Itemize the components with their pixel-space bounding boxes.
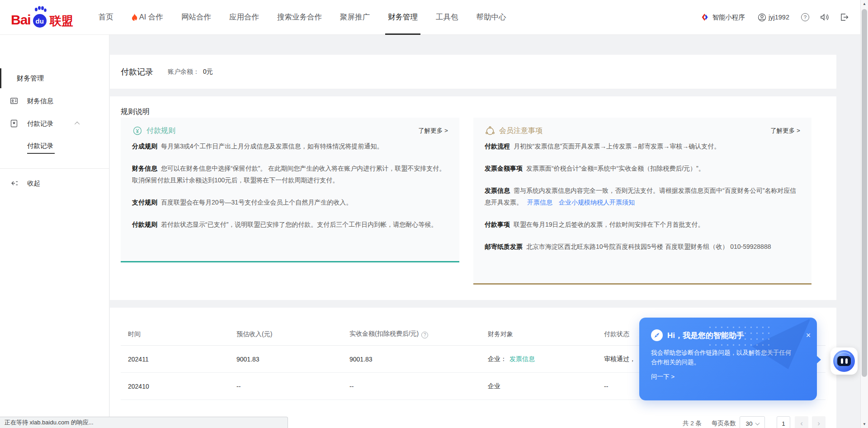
- nav-item-label: AI 合作: [139, 12, 163, 22]
- nav-item-ai-cooperation[interactable]: AI 合作: [123, 0, 172, 35]
- nav-item-juping-promotion[interactable]: 聚屏推广: [331, 0, 379, 35]
- scroll-down-arrow[interactable]: ▼: [861, 420, 868, 428]
- rule-item: 发票信息需与系统内发票信息内容完全一致，否则无法支付。请根据发票信息页面中“百度…: [485, 185, 800, 208]
- cell-estimated: --: [229, 383, 342, 390]
- member-notes-header: 会员注意事项 了解更多 >: [485, 118, 800, 131]
- balance-label: 账户余额：: [168, 68, 199, 75]
- logout-button[interactable]: [840, 13, 849, 21]
- assistant-message: 我会帮助您诊断合作链路问题，以及解答您关于任何合作相关的问题。: [651, 348, 796, 367]
- page-number-button[interactable]: 1: [777, 416, 790, 428]
- assistant-title: Hi，我是您的智能助手: [667, 330, 744, 341]
- baidu-union-logo[interactable]: Bai du 联盟: [11, 7, 73, 28]
- user-icon: [758, 13, 766, 22]
- next-page-button[interactable]: ›: [812, 416, 826, 428]
- help-icon[interactable]: ?: [421, 332, 428, 338]
- pagination: 共 2 条 每页条数 30 1 ‹ ›: [683, 416, 826, 428]
- nav-item-toolkit[interactable]: 工具包: [427, 0, 467, 35]
- nav-item-finance-management[interactable]: 财务管理: [379, 0, 427, 35]
- top-navigation: Bai du 联盟 首页 AI 合作 网站合作 应用合作 搜索业务合作 聚屏推广…: [0, 0, 860, 35]
- nav-right-group: 智能小程序 jyj1992 ?: [701, 13, 849, 22]
- sidebar-item-payment-records[interactable]: 付款记录: [0, 114, 109, 133]
- scrollbar-thumb[interactable]: [862, 9, 867, 377]
- payment-rules-header: 付款规则 了解更多 >: [132, 118, 448, 131]
- coin-yen-icon: [132, 125, 143, 136]
- sidebar-subitem-label: 付款记录: [27, 141, 55, 154]
- member-notes-card: 会员注意事项 了解更多 > 付款流程月初按“发票信息”页面开具发票→上传发票→邮…: [473, 118, 811, 285]
- member-network-icon: [485, 125, 495, 136]
- browser-scrollbar[interactable]: ▲ ▼: [860, 0, 868, 428]
- rule-item-label: 财务信息: [132, 165, 157, 172]
- column-header-actual-amount: 实收金额(扣除税费后/元)?: [342, 330, 481, 338]
- chevron-down-icon: [755, 421, 760, 425]
- nav-item-label: 工具包: [436, 12, 458, 22]
- column-header-estimated-income: 预估收入(元): [229, 330, 342, 338]
- rule-item-text: 月初按“发票信息”页面开具发票→上传发票→邮寄发票→审核→确认支付。: [514, 143, 720, 150]
- rule-item-label: 支付规则: [132, 199, 157, 206]
- payment-rules-more-link[interactable]: 了解更多 >: [418, 127, 448, 135]
- rule-item-label: 付款规则: [132, 221, 157, 228]
- user-account[interactable]: jyj1992: [758, 13, 789, 22]
- rule-item: 财务信息您可以在财务信息中选择“保留付款”。 在此期间您产生的收入将在账户内进行…: [132, 162, 448, 186]
- rule-item-text: 北京市海淀区西北旺东路10号院百度科技园5号楼 百度联盟财务组（收） 010-5…: [526, 243, 771, 250]
- rule-item-label: 付款事项: [485, 221, 510, 228]
- username-label: jyj1992: [769, 14, 789, 21]
- page-title: 付款记录: [121, 67, 153, 77]
- rule-item-label: 分成规则: [132, 143, 157, 150]
- rule-item-label: 发票金额事项: [485, 165, 523, 172]
- rule-item-label: 发票信息: [485, 187, 510, 194]
- close-icon[interactable]: ×: [802, 328, 815, 342]
- sidebar-subitem-payment-records[interactable]: 付款记录: [27, 137, 55, 157]
- sidebar-collapse-button[interactable]: 收起: [0, 173, 109, 193]
- mini-program-diamond-icon: [701, 13, 710, 22]
- help-icon: ?: [801, 13, 809, 21]
- nav-item-search-business[interactable]: 搜索业务合作: [268, 0, 331, 35]
- ask-now-link[interactable]: 问一下 >: [651, 373, 817, 381]
- scroll-up-arrow[interactable]: ▲: [861, 0, 868, 8]
- invoice-info-link[interactable]: 开票信息: [527, 199, 552, 206]
- help-button[interactable]: ?: [801, 13, 809, 21]
- robot-icon: [833, 350, 855, 372]
- assistant-popup: Hi，我是您的智能助手 × 我会帮助您诊断合作链路问题，以及解答您关于任何合作相…: [639, 318, 817, 400]
- prev-page-button[interactable]: ‹: [795, 416, 808, 428]
- logo-union-text: 联盟: [50, 14, 73, 28]
- payment-rules-title: 付款规则: [146, 126, 175, 136]
- chevron-left-icon: ‹: [800, 419, 803, 428]
- rule-item-text: 您可以在财务信息中选择“保留付款”。 在此期间您产生的收入将在账户内进行累计，联…: [132, 165, 445, 184]
- logout-icon: [840, 13, 849, 21]
- nav-item-help-center[interactable]: 帮助中心: [467, 0, 515, 35]
- popup-tail: [816, 356, 821, 364]
- payment-rules-card: 付款规则 了解更多 > 分成规则每月第3或4个工作日产出上月分成信息及发票信息，…: [121, 118, 459, 262]
- rule-item: 付款规则若付款状态显示“已支付”，说明联盟已安排了您的付款。支付后三个工作日内到…: [132, 219, 448, 230]
- nav-item-label: 网站合作: [181, 12, 211, 22]
- collapse-arrow-icon: [10, 180, 18, 186]
- nav-item-app-cooperation[interactable]: 应用合作: [220, 0, 268, 35]
- logo-paw-du: du: [32, 7, 48, 28]
- small-taxpayer-notice-link[interactable]: 企业小规模纳税人开票须知: [559, 199, 635, 206]
- nav-item-website-cooperation[interactable]: 网站合作: [172, 0, 220, 35]
- mini-program-label: 智能小程序: [712, 13, 745, 22]
- sidebar-item-label: 财务信息: [27, 97, 53, 105]
- rule-item: 支付规则百度联盟会在每月20号—31号支付企业会员上个自然月产生的收入。: [132, 196, 448, 208]
- cell-actual: --: [342, 383, 481, 390]
- invoice-info-cell-link[interactable]: 发票信息: [509, 355, 535, 362]
- cell-finance-object: 企业：发票信息: [481, 355, 597, 363]
- announcement-button[interactable]: [820, 13, 829, 21]
- rule-item-label: 付款流程: [485, 143, 510, 150]
- speaker-icon: [820, 13, 829, 21]
- mini-program-entry[interactable]: 智能小程序: [701, 13, 745, 22]
- compass-icon: [651, 329, 663, 341]
- member-notes-more-link[interactable]: 了解更多 >: [770, 127, 800, 135]
- sidebar-item-label: 付款记录: [27, 119, 53, 128]
- assistant-fab-button[interactable]: [830, 347, 858, 375]
- badge-star-icon: [10, 119, 18, 128]
- sidebar-divider: [0, 168, 109, 169]
- rule-item: 发票金额事项发票票面“价税合计”金额=系统中“实收金额（扣除税费后/元）”。: [485, 162, 800, 174]
- page-size-select[interactable]: 30: [740, 416, 765, 428]
- logo-du-text: du: [33, 14, 47, 28]
- per-page-label: 每页条数: [712, 419, 736, 428]
- column-header-finance-object: 财务对象: [481, 330, 597, 338]
- rule-item-text: 每月第3或4个工作日产出上月分成信息及发票信息，如有特殊情况将提前通知。: [161, 143, 383, 150]
- nav-item-home[interactable]: 首页: [90, 0, 123, 35]
- cell-time: 202411: [121, 356, 229, 363]
- sidebar-item-finance-info[interactable]: 财务信息: [0, 91, 109, 111]
